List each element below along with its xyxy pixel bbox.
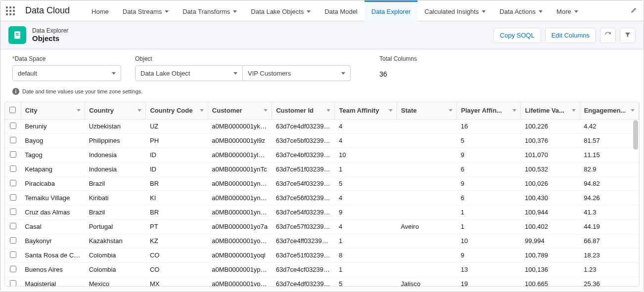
cell-cust: a0MB0000001ynZR: [208, 176, 272, 191]
cell-country: Colombia: [85, 248, 146, 262]
edit-nav-icon[interactable]: [631, 6, 638, 15]
row-checkbox[interactable]: [10, 251, 16, 258]
row-checkbox[interactable]: [10, 223, 16, 229]
cell-state: [397, 176, 457, 191]
data-space-label: Data Space: [15, 55, 46, 62]
cell-cust: a0MB0000001ypM4: [208, 262, 272, 277]
nav-tab-data-transforms[interactable]: Data Transforms: [176, 0, 244, 21]
select-all-checkbox[interactable]: [9, 107, 16, 113]
column-header[interactable]: Customer: [208, 102, 272, 119]
copy-soql-button[interactable]: Copy SOQL: [494, 28, 541, 43]
cell-eng: 44.19: [580, 219, 639, 234]
data-table-scroll[interactable]: CityCountryCountry CodeCustomerCustomer …: [5, 102, 639, 286]
hint-text: Date and time values use your time zone …: [22, 88, 142, 94]
cell-city: Piracicaba: [21, 176, 85, 191]
chevron-down-icon: [631, 109, 635, 112]
nav-tab-more[interactable]: More: [550, 0, 585, 21]
row-select-cell[interactable]: [5, 191, 21, 205]
cell-eng: 11.15: [580, 148, 639, 162]
scrollbar-thumb[interactable]: [633, 120, 638, 150]
row-checkbox[interactable]: [10, 209, 16, 215]
select-all-header[interactable]: [5, 102, 21, 119]
cell-paf: 6: [457, 162, 521, 176]
row-select-cell[interactable]: [5, 205, 21, 219]
edit-columns-button[interactable]: Edit Columns: [545, 28, 596, 43]
cell-team: 1: [335, 234, 397, 248]
column-header[interactable]: Team Affinity: [335, 102, 397, 119]
data-space-field: *Data Space default: [12, 55, 121, 81]
filter-button[interactable]: [620, 28, 636, 43]
column-label: Engagemen...: [584, 107, 626, 114]
row-checkbox[interactable]: [10, 280, 16, 287]
cell-cid: 63d7ce56f03239a8f60: [272, 191, 335, 205]
cell-paf: 10: [457, 234, 521, 248]
object-label: Object: [135, 55, 351, 62]
refresh-button[interactable]: [600, 28, 616, 43]
row-checkbox[interactable]: [10, 137, 16, 143]
nav-tab-calculated-insights[interactable]: Calculated Insights: [417, 0, 493, 21]
column-header[interactable]: Customer Id: [272, 102, 335, 119]
cell-cid: 63d7ce51f03239ac1e0: [272, 162, 335, 176]
row-select-cell[interactable]: [5, 262, 21, 277]
cell-cc: ID: [146, 162, 208, 176]
cell-country: Indonesia: [85, 162, 146, 176]
cell-city: Santa Rosa de Cabal: [21, 248, 85, 262]
column-header[interactable]: Engagemen...: [580, 102, 639, 119]
nav-tab-data-explorer[interactable]: Data Explorer: [365, 0, 417, 21]
nav-tabs: HomeData StreamsData TransformsData Lake…: [85, 0, 626, 21]
cell-cid: 63d7ce4bf03239a5cb: [272, 148, 335, 162]
cell-team: 4: [335, 133, 397, 148]
cell-cust: a0MB0000001ynmF: [208, 205, 272, 219]
row-checkbox[interactable]: [10, 166, 16, 172]
chevron-down-icon: [389, 109, 393, 112]
object-type-select[interactable]: Data Lake Object: [135, 65, 243, 81]
table-row: MagisterialMexicoMXa0MB0000001ypMx63d7ce…: [5, 277, 639, 286]
row-select-cell[interactable]: [5, 234, 21, 248]
chevron-down-icon: [165, 10, 169, 13]
column-header[interactable]: Player Affin...: [457, 102, 521, 119]
column-header[interactable]: Lifetime Va...: [521, 102, 580, 119]
row-checkbox[interactable]: [10, 180, 16, 186]
cell-cid: 63d7ce57f03239a5cb: [272, 219, 335, 234]
row-select-cell[interactable]: [5, 148, 21, 162]
nav-tab-data-lake-objects[interactable]: Data Lake Objects: [244, 0, 318, 21]
chevron-down-icon: [449, 109, 453, 112]
row-select-cell[interactable]: [5, 162, 21, 176]
row-select-cell[interactable]: [5, 248, 21, 262]
row-checkbox[interactable]: [10, 194, 16, 201]
row-checkbox[interactable]: [10, 123, 16, 129]
column-header[interactable]: State: [397, 102, 457, 119]
object-name-select[interactable]: VIP Customers: [243, 65, 351, 81]
chevron-down-icon: [482, 10, 486, 13]
row-select-cell[interactable]: [5, 119, 21, 133]
column-header[interactable]: City: [21, 102, 85, 119]
cell-cc: BR: [146, 205, 208, 219]
cell-eng: 81.57: [580, 133, 639, 148]
cell-ltv: 100,376: [521, 133, 580, 148]
nav-tab-data-actions[interactable]: Data Actions: [493, 0, 550, 21]
nav-tab-home[interactable]: Home: [85, 0, 116, 21]
data-space-select[interactable]: default: [12, 65, 121, 81]
column-header[interactable]: Country: [85, 102, 146, 119]
row-checkbox[interactable]: [10, 151, 16, 158]
table-row: BaykonyrKazakhstanKZa0MB0000001yoHe63d7c…: [5, 234, 639, 248]
cell-eng: 18.23: [580, 248, 639, 262]
nav-tab-data-model[interactable]: Data Model: [318, 0, 364, 21]
nav-tab-data-streams[interactable]: Data Streams: [116, 0, 176, 21]
row-select-cell[interactable]: [5, 219, 21, 234]
column-label: Lifetime Va...: [525, 107, 564, 114]
chevron-down-icon: [341, 72, 345, 75]
cell-country: Brazil: [85, 176, 146, 191]
app-launcher-icon[interactable]: [4, 5, 16, 17]
row-select-cell[interactable]: [5, 176, 21, 191]
row-checkbox[interactable]: [10, 237, 16, 244]
cell-ltv: 100,402: [521, 219, 580, 234]
cell-state: [397, 119, 457, 133]
column-header[interactable]: Country Code: [146, 102, 208, 119]
row-select-cell[interactable]: [5, 133, 21, 148]
cell-country: Philippines: [85, 133, 146, 148]
row-checkbox[interactable]: [10, 266, 16, 272]
row-select-cell[interactable]: [5, 277, 21, 286]
page-title: Objects: [32, 34, 68, 43]
nav-tab-label: Calculated Insights: [424, 8, 479, 15]
